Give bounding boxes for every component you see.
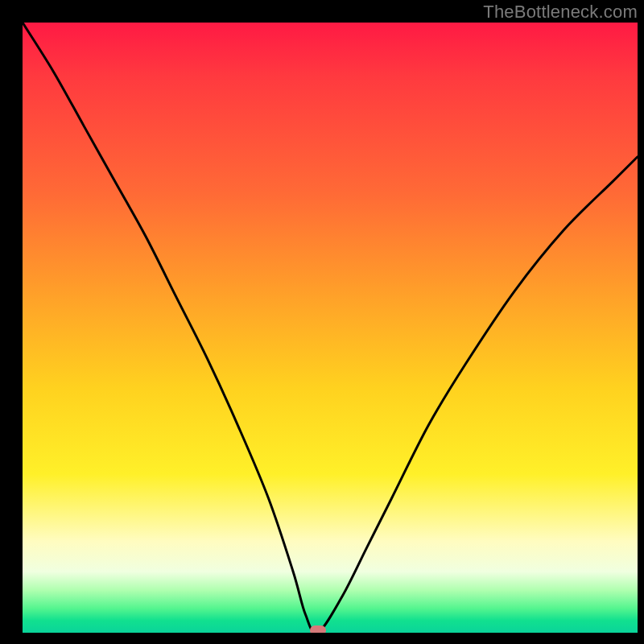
plot-area [23, 23, 638, 633]
optimal-point-marker [310, 625, 326, 633]
bottleneck-curve [23, 23, 638, 633]
chart-frame: TheBottleneck.com [0, 0, 644, 644]
watermark-text: TheBottleneck.com [483, 2, 638, 23]
